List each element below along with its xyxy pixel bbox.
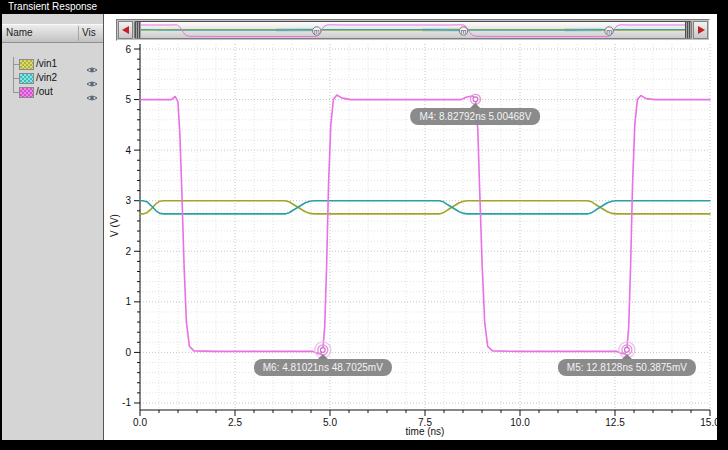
y-axis-label: V (V) — [109, 196, 120, 256]
signal-row-vin1[interactable]: /vin1 — [2, 57, 102, 71]
plot-region: mmm 0.02.55.07.510.012.515.0-10123456 ti… — [104, 14, 717, 440]
vin2-color-swatch — [19, 73, 34, 84]
vis-column-header: Vis — [82, 25, 96, 40]
marker-tooltip-m6[interactable]: M6: 4.81021ns 48.7025mV — [254, 359, 392, 376]
x-axis-label: time (ns) — [140, 426, 710, 437]
svg-text:1: 1 — [125, 296, 131, 307]
svg-text:3: 3 — [125, 195, 131, 206]
svg-text:6: 6 — [125, 44, 131, 55]
name-column-header: Name — [6, 25, 33, 40]
svg-text:5: 5 — [125, 94, 131, 105]
marker-tooltip-m4[interactable]: M4: 8.82792ns 5.00468V — [411, 108, 541, 125]
window-title: Transient Response — [0, 0, 728, 14]
signal-row-out[interactable]: /out — [2, 85, 102, 99]
waveform-window: Transient Response Name Vis /vin1 /vin2 — [0, 0, 728, 450]
svg-text:4: 4 — [125, 145, 131, 156]
signal-row-vin2[interactable]: /vin2 — [2, 71, 102, 85]
plot-area[interactable]: 0.02.55.07.510.012.515.0-10123456 — [104, 14, 717, 440]
vin2-label: /vin2 — [36, 71, 57, 85]
svg-text:0: 0 — [125, 347, 131, 358]
signal-panel-header: Name Vis — [2, 24, 103, 43]
vin1-color-swatch — [19, 59, 34, 70]
svg-text:-1: -1 — [122, 397, 131, 408]
vin1-label: /vin1 — [36, 57, 57, 71]
svg-text:2: 2 — [125, 246, 131, 257]
marker-tooltip-m5[interactable]: M5: 12.8128ns 50.3875mV — [558, 359, 696, 376]
out-label: /out — [36, 85, 53, 99]
out-color-swatch — [19, 87, 34, 98]
out-visibility-eye-icon[interactable] — [86, 88, 98, 106]
column-divider — [78, 26, 79, 41]
signal-panel: Name Vis /vin1 /vin2 /out — [2, 14, 104, 440]
